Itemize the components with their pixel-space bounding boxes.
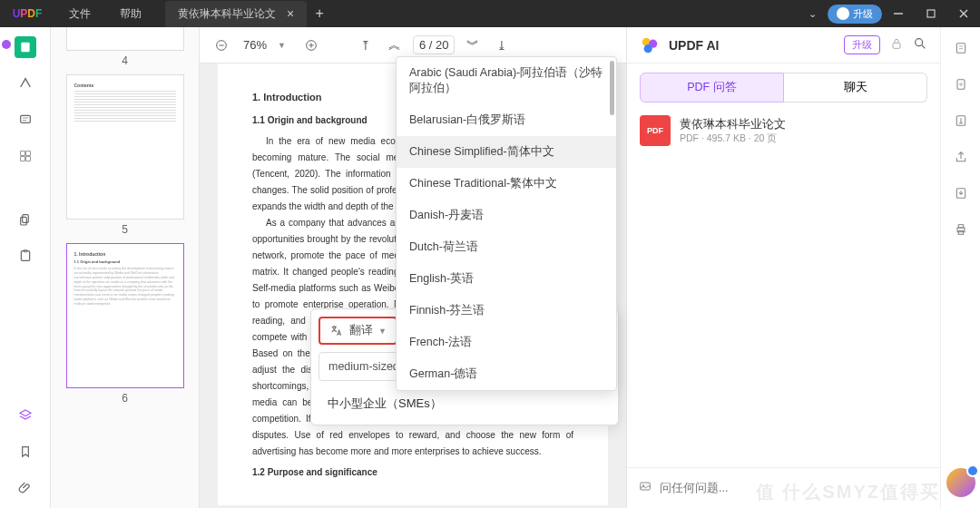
zoom-in-button[interactable]	[300, 34, 322, 56]
lang-option[interactable]: Danish-丹麦语	[397, 200, 616, 231]
svg-point-25	[916, 38, 923, 45]
ai-chat-input[interactable]	[660, 482, 929, 494]
ai-assistant-orb[interactable]	[946, 468, 975, 497]
attach-icon[interactable]	[638, 479, 652, 497]
svg-rect-1	[927, 10, 935, 17]
menu-file[interactable]: 文件	[54, 6, 105, 22]
layers-icon[interactable]	[15, 405, 36, 426]
paste-icon[interactable]	[15, 245, 36, 267]
menu-help[interactable]: 帮助	[105, 6, 156, 22]
bookmark-icon[interactable]	[15, 441, 36, 463]
pdf-file-icon: PDF	[640, 115, 671, 146]
thumb-number: 5	[60, 223, 190, 236]
svg-point-33	[959, 83, 962, 86]
export-icon[interactable]	[951, 183, 971, 203]
upgrade-button[interactable]: 升级	[828, 5, 882, 24]
thumb-number: 4	[60, 54, 190, 67]
new-tab-button[interactable]: +	[307, 5, 332, 22]
tab-pdf-qa[interactable]: PDF 问答	[640, 73, 784, 103]
upgrade-badge-icon	[837, 7, 849, 20]
lang-option[interactable]: Chinese Traditional-繁体中文	[397, 168, 616, 200]
tab-chat[interactable]: 聊天	[784, 73, 927, 103]
tab-title: 黄依琳本科毕业论文	[178, 6, 276, 22]
svg-rect-24	[893, 43, 900, 48]
zoom-out-button[interactable]	[211, 34, 232, 56]
bookmark-list-icon[interactable]	[15, 145, 36, 167]
highlight-icon[interactable]	[15, 73, 36, 94]
print-icon[interactable]	[951, 220, 971, 239]
svg-rect-10	[20, 157, 24, 161]
svg-rect-38	[958, 230, 963, 234]
minimize-button[interactable]	[882, 0, 915, 27]
accent-dot-icon	[2, 40, 11, 49]
upgrade-label: 升级	[853, 7, 873, 21]
svg-rect-13	[20, 217, 26, 225]
lang-option[interactable]: French-法语	[397, 327, 616, 358]
document-tab[interactable]: 黄依琳本科毕业论文 ×	[165, 1, 307, 27]
comment-icon[interactable]	[15, 109, 36, 131]
lang-option[interactable]: Finnish-芬兰语	[397, 295, 616, 327]
scrollbar[interactable]	[610, 61, 614, 115]
thumbnails-icon[interactable]	[15, 36, 36, 58]
lang-option[interactable]: Belarusian-白俄罗斯语	[397, 104, 616, 136]
translate-icon	[329, 324, 344, 338]
next-page-button[interactable]: ︾	[462, 34, 484, 56]
svg-rect-29	[956, 44, 965, 54]
lang-option[interactable]: Arabic (Saudi Arabia)-阿拉伯语（沙特阿拉伯）	[397, 57, 616, 104]
share-icon[interactable]	[951, 147, 971, 167]
search-icon[interactable]	[913, 36, 927, 54]
svg-rect-37	[958, 225, 963, 228]
lock-icon	[889, 36, 904, 54]
close-icon[interactable]: ×	[287, 6, 294, 21]
thumb-number: 6	[60, 392, 190, 405]
first-page-button[interactable]: ⤒	[355, 34, 377, 56]
last-page-button[interactable]: ⤓	[491, 34, 513, 56]
prev-page-button[interactable]: ︽	[384, 34, 406, 56]
chevron-down-icon[interactable]: ⌄	[798, 8, 828, 20]
lang-option[interactable]: Chinese Simplified-简体中文	[397, 136, 616, 168]
notification-dot-icon	[966, 464, 979, 477]
page-indicator[interactable]: 6 / 20	[413, 35, 456, 54]
maximize-button[interactable]	[915, 0, 947, 27]
lang-option[interactable]: German-德语	[397, 358, 616, 390]
translate-label: 翻译	[349, 323, 373, 338]
crop-icon[interactable]	[951, 74, 971, 94]
edit-icon[interactable]	[951, 38, 971, 58]
zoom-value: 76%	[240, 38, 270, 52]
thumbnail-panel: 4 Contents 5 1. Introduction 1.1 Origin …	[51, 27, 200, 508]
file-info-card[interactable]: PDF 黄依琳本科毕业论文 PDF · 495.7 KB · 20 页	[627, 103, 940, 159]
svg-rect-11	[25, 157, 30, 161]
svg-rect-5	[20, 115, 30, 122]
close-window-button[interactable]	[947, 0, 980, 27]
app-logo: UPDF	[0, 7, 54, 20]
page-thumbnail[interactable]	[66, 27, 184, 51]
ai-panel-title: UPDF AI	[669, 38, 835, 53]
ai-upgrade-button[interactable]: 升级	[844, 35, 880, 54]
heading-purpose: 1.2 Purpose and significance	[252, 464, 573, 481]
lang-option[interactable]: English-英语	[397, 263, 616, 295]
lang-option[interactable]: Dutch-荷兰语	[397, 231, 616, 263]
svg-point-23	[644, 44, 652, 53]
chevron-down-icon: ▼	[378, 327, 387, 336]
attachment-icon[interactable]	[15, 477, 36, 499]
svg-line-26	[922, 45, 925, 48]
ocr-icon[interactable]	[951, 111, 971, 131]
svg-rect-12	[22, 215, 28, 223]
svg-rect-4	[21, 43, 29, 53]
translation-result: 中小型企业（SMEs）	[318, 390, 611, 417]
zoom-dropdown-icon[interactable]: ▼	[278, 41, 293, 50]
language-dropdown: Arabic (Saudi Arabia)-阿拉伯语（沙特阿拉伯） Belaru…	[396, 56, 617, 391]
svg-rect-9	[25, 151, 30, 156]
svg-rect-8	[20, 151, 24, 156]
file-name: 黄依琳本科毕业论文	[680, 117, 786, 132]
page-thumbnail[interactable]: Contents	[66, 74, 184, 220]
file-meta: PDF · 495.7 KB · 20 页	[680, 132, 786, 145]
updf-ai-logo-icon	[640, 35, 660, 55]
copy-icon[interactable]	[15, 209, 36, 230]
page-thumbnail-selected[interactable]: 1. Introduction 1.1 Origin and backgroun…	[66, 243, 184, 388]
svg-rect-32	[957, 80, 965, 90]
translate-button[interactable]: 翻译 ▼	[318, 317, 397, 345]
